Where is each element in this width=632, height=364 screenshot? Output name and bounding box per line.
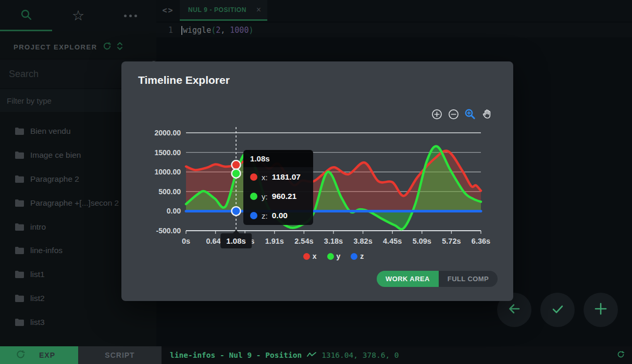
- check-icon: [550, 301, 565, 319]
- tooltip-label: z:: [262, 211, 268, 220]
- y-axis-labels: 2000.001500.001000.00500.000.00-500.00: [136, 129, 181, 233]
- legend-dot: [351, 253, 357, 260]
- legend-label: x: [313, 252, 317, 260]
- tooltip-value: 1181.07: [272, 172, 301, 182]
- x-tick-label: 5.09s: [413, 237, 431, 245]
- legend-item-z[interactable]: z: [351, 252, 364, 260]
- script-tab[interactable]: SCRIPT: [78, 346, 162, 364]
- legend-dot: [327, 253, 334, 260]
- exp-tab-label: EXP: [39, 351, 55, 359]
- pan-hand-icon[interactable]: [481, 108, 492, 120]
- sync-button[interactable]: [617, 346, 632, 364]
- y-tick-label: 2000.00: [136, 129, 181, 137]
- status-layer-property: line-infos - Nul 9 - Position: [170, 351, 302, 359]
- bottom-bar: EXP SCRIPT line-infos - Nul 9 - Position…: [0, 346, 632, 364]
- script-tab-label: SCRIPT: [105, 351, 134, 359]
- legend-dot: [303, 253, 310, 260]
- full-comp-button[interactable]: FULL COMP: [439, 271, 498, 287]
- app-window: ☆ PROJECT EXPLORER Search Filter by type…: [0, 0, 632, 364]
- series-dot: [250, 193, 257, 200]
- tooltip-row: z:0.00: [243, 206, 313, 225]
- x-tick-label: 1.91s: [265, 237, 284, 245]
- waveform-icon: [307, 351, 316, 359]
- zoom-in-icon[interactable]: [431, 108, 442, 120]
- chart-plot-area[interactable]: 1.08s x:1181.07y:960.21z:0.00 1.08s 0s0.…: [186, 129, 481, 233]
- status-coordinates: 1316.04, 378.6, 0: [321, 351, 399, 359]
- legend-label: z: [360, 252, 364, 260]
- x-tick-label: 5.72s: [442, 237, 461, 245]
- floating-actions: [497, 293, 618, 327]
- series-dot: [250, 212, 257, 219]
- cursor-time-label: 1.08s: [220, 233, 252, 248]
- tooltip-value: 0.00: [272, 211, 288, 220]
- add-button[interactable]: [584, 293, 618, 327]
- exp-tab[interactable]: EXP: [0, 346, 78, 364]
- tooltip-value: 960.21: [272, 192, 296, 201]
- y-tick-label: 1000.00: [136, 168, 181, 176]
- refresh-icon: [16, 349, 26, 361]
- y-tick-label: 500.00: [136, 187, 181, 196]
- series-dot: [250, 173, 257, 181]
- tooltip-label: y:: [262, 192, 268, 201]
- y-tick-label: -500.00: [136, 227, 181, 235]
- x-tick-label: 3.82s: [353, 237, 372, 245]
- tooltip-row: y:960.21: [243, 186, 313, 206]
- chart-tooltip: 1.08s x:1181.07y:960.21z:0.00: [243, 150, 313, 225]
- x-tick-label: 2.54s: [294, 237, 313, 245]
- x-tick-label: 3.18s: [324, 237, 343, 245]
- x-tick-label: 6.36s: [472, 237, 490, 245]
- x-tick-label: 0s: [182, 237, 190, 245]
- confirm-button[interactable]: [540, 293, 575, 327]
- legend-item-y[interactable]: y: [327, 252, 341, 260]
- modal-title: Timeline Explorer: [138, 74, 230, 86]
- timeline-chart: [186, 129, 481, 239]
- tooltip-row: x:1181.07: [243, 167, 313, 186]
- tooltip-time: 1.08s: [243, 150, 313, 167]
- status-line: line-infos - Nul 9 - Position 1316.04, 3…: [162, 346, 617, 364]
- legend-item-x[interactable]: x: [303, 252, 317, 260]
- range-toggle: WORK AREA FULL COMP: [377, 271, 498, 287]
- work-area-button[interactable]: WORK AREA: [377, 271, 439, 287]
- y-tick-label: 0.00: [136, 207, 181, 215]
- timeline-explorer-modal: Timeline Explorer 2000.001500.001000.005…: [121, 61, 513, 301]
- zoom-out-icon[interactable]: [448, 108, 459, 120]
- zoom-select-icon[interactable]: [464, 108, 476, 120]
- chart-toolbar: [431, 108, 492, 120]
- arrow-left-icon: [506, 301, 522, 319]
- x-tick-label: 4.45s: [383, 237, 402, 245]
- y-tick-label: 1500.00: [136, 148, 181, 157]
- tooltip-label: x:: [262, 173, 268, 182]
- legend-label: y: [337, 252, 341, 260]
- plus-icon: [593, 301, 609, 319]
- chart-legend: xyz: [186, 252, 481, 260]
- sync-icon: [617, 350, 625, 360]
